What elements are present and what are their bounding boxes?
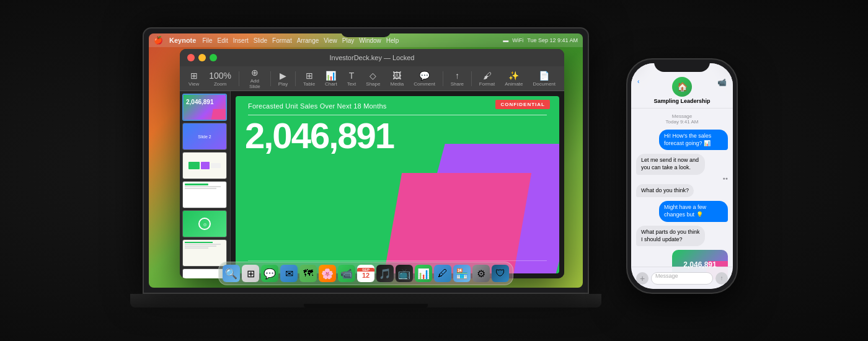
apple-menu-icon[interactable]: 🍎 xyxy=(154,36,163,45)
shape-label: Shape xyxy=(366,81,380,87)
slide-bg-shape-pink xyxy=(383,173,531,273)
menu-help[interactable]: Help xyxy=(386,37,399,44)
animate-icon: ✨ xyxy=(508,71,519,81)
maximize-button[interactable] xyxy=(210,54,217,61)
toolbar-addslide-btn[interactable]: ⊕ Add Slide xyxy=(243,66,267,91)
macbook-lid: 🍎 Keynote File Edit Insert Slide Format … xyxy=(143,27,589,294)
imessage-body[interactable]: MessageToday 9:41 AM Hi! How's the sales… xyxy=(631,108,733,285)
message-placeholder: Message xyxy=(655,273,678,279)
slide-thumb-4[interactable] xyxy=(182,181,227,208)
slide-footer-line xyxy=(248,260,547,261)
dock-messages[interactable]: 💬 xyxy=(261,265,278,282)
dock-sequoia[interactable]: 🛡 xyxy=(492,265,509,282)
slide-canvas[interactable]: Forecasted Unit Sales Over Next 18 Month… xyxy=(231,91,564,278)
slide-thumb-2[interactable]: Slide 2 xyxy=(182,123,227,150)
menu-edit[interactable]: Edit xyxy=(218,37,228,44)
menu-arrange[interactable]: Arrange xyxy=(297,37,319,44)
app-name-label: Keynote xyxy=(169,37,196,44)
iphone-device: ‹ 📹 🏠 Sampling Leadership MessageToday 9… xyxy=(626,58,738,294)
slide-thumb-3[interactable] xyxy=(182,152,227,179)
thumb-6-content xyxy=(183,240,226,266)
contact-avatar: 🏠 xyxy=(672,77,692,97)
window-title-label: InvestorDeck.key — Locked xyxy=(330,54,415,61)
dock-tv[interactable]: 📺 xyxy=(396,265,413,282)
toolbar-comment-btn[interactable]: 💬 Comment xyxy=(410,69,439,88)
dock-launchpad[interactable]: ⊞ xyxy=(242,265,259,282)
attachment-button[interactable]: + xyxy=(636,272,649,285)
menu-format[interactable]: Format xyxy=(272,37,292,44)
menu-insert[interactable]: Insert xyxy=(233,37,249,44)
shape-icon: ◇ xyxy=(370,71,376,81)
toolbar-table-btn[interactable]: ⊞ Table xyxy=(299,69,319,88)
toolbar-divider-5 xyxy=(471,71,472,86)
dock-settings[interactable]: ⚙ xyxy=(472,265,490,282)
slide-thumb-5[interactable]: ◎ xyxy=(182,210,227,237)
toolbar-play-btn[interactable]: ▶ Play xyxy=(275,69,292,88)
dock-keynote[interactable]: 🖊 xyxy=(434,265,451,282)
macbook-hinge xyxy=(304,304,428,308)
dock-calendar[interactable]: SEP 12 xyxy=(357,265,374,282)
wifi-icon: WiFi xyxy=(512,37,523,43)
toolbar-chart-btn[interactable]: 📊 Chart xyxy=(321,69,341,88)
keynote-main: 2,046,891 Slide 2 xyxy=(180,91,564,278)
send-button[interactable]: ↑ xyxy=(715,272,728,285)
slide-thumb-1[interactable]: 2,046,891 xyxy=(182,94,227,121)
animate-label: Animate xyxy=(505,81,523,87)
addslide-icon: ⊕ xyxy=(251,68,259,78)
view-label: View xyxy=(188,81,199,87)
toolbar-divider-3 xyxy=(295,71,296,86)
dock-finder[interactable]: 🔍 xyxy=(223,265,240,282)
toolbar-share-btn[interactable]: ↑ Share xyxy=(447,69,467,88)
dock-maps[interactable]: 🗺 xyxy=(299,265,317,282)
chevron-left-icon: ‹ xyxy=(637,78,639,85)
toolbar-document-btn[interactable]: 📄 Document xyxy=(529,69,559,88)
menu-window[interactable]: Window xyxy=(359,37,381,44)
scene-container: 🍎 Keynote File Edit Insert Slide Format … xyxy=(130,27,738,314)
back-button[interactable]: ‹ xyxy=(637,78,640,85)
toolbar-text-btn[interactable]: T Text xyxy=(343,69,360,88)
dock-mail[interactable]: ✉ xyxy=(280,265,298,282)
message-input[interactable]: Message xyxy=(651,272,713,285)
chart-icon: 📊 xyxy=(326,71,336,81)
dock-facetime[interactable]: 📹 xyxy=(338,265,355,282)
read-receipt: ●● xyxy=(636,176,728,180)
window-titlebar: InvestorDeck.key — Locked xyxy=(180,49,564,66)
menu-file[interactable]: File xyxy=(202,37,212,44)
text-label: Text xyxy=(347,81,356,87)
toolbar-media-btn[interactable]: 🖼 Media xyxy=(386,69,407,88)
dock-music[interactable]: 🎵 xyxy=(376,265,394,282)
play-icon: ▶ xyxy=(280,71,286,81)
format-label: Format xyxy=(479,81,495,87)
comment-label: Comment xyxy=(414,81,435,87)
slide-big-number: 2,046,891 xyxy=(245,118,394,154)
video-call-button[interactable]: 📹 xyxy=(717,78,727,87)
slide-title: Forecasted Unit Sales Over Next 18 Month… xyxy=(248,102,386,110)
menu-slide[interactable]: Slide xyxy=(254,37,267,44)
image-preview-number: 2,046,891 xyxy=(683,260,716,269)
message-timestamp: MessageToday 9:41 AM xyxy=(636,113,728,125)
contact-name: Sampling Leadership xyxy=(653,98,710,104)
macbook-device: 🍎 Keynote File Edit Insert Slide Format … xyxy=(130,27,601,308)
message-text-2: Let me send it now and you can take a lo… xyxy=(641,157,699,170)
toolbar-zoom-btn[interactable]: 100% Zoom xyxy=(205,69,235,88)
slide-thumb-6[interactable] xyxy=(182,239,227,267)
toolbar-view-btn[interactable]: ⊞ View xyxy=(185,69,203,88)
dock-appstore[interactable]: 🏪 xyxy=(453,265,471,282)
dock-photos[interactable]: 🌸 xyxy=(319,265,336,282)
toolbar-shape-btn[interactable]: ◇ Shape xyxy=(362,69,384,88)
minimize-button[interactable] xyxy=(198,54,206,61)
clock-label: Tue Sep 12 9:41 AM xyxy=(527,37,578,43)
toolbar-format-btn[interactable]: 🖌 Format xyxy=(476,69,498,88)
confidential-badge: CONFIDENTIAL xyxy=(495,100,550,109)
message-bubble-outgoing-2: Might have a few changes but 💡 xyxy=(659,201,728,221)
iphone-notch xyxy=(654,60,710,72)
menu-play[interactable]: Play xyxy=(342,37,354,44)
toolbar-animate-btn[interactable]: ✨ Animate xyxy=(501,69,526,88)
dock-numbers[interactable]: 📊 xyxy=(415,265,432,282)
imessage-input-bar: + Message ↑ xyxy=(631,267,733,289)
message-text-5: What parts do you think I should update? xyxy=(641,229,700,242)
media-label: Media xyxy=(390,81,404,87)
close-button[interactable] xyxy=(187,54,195,61)
slide-panel[interactable]: 2,046,891 Slide 2 xyxy=(180,91,231,278)
menu-view[interactable]: View xyxy=(324,37,337,44)
